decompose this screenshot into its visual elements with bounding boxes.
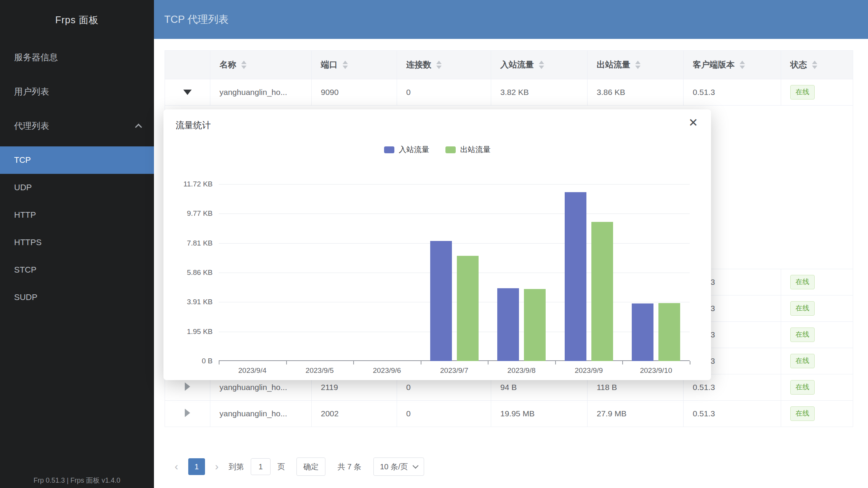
legend-swatch-outbound <box>445 146 456 153</box>
x-tick-label: 2023/9/4 <box>219 366 286 375</box>
sort-descending-icon[interactable] <box>343 66 348 69</box>
sort-ascending-icon[interactable] <box>241 61 247 64</box>
sort-descending-icon[interactable] <box>740 66 745 69</box>
sort-ascending-icon[interactable] <box>539 61 544 64</box>
close-icon[interactable]: ✕ <box>689 117 698 128</box>
sort-descending-icon[interactable] <box>241 66 247 69</box>
x-axis-tick <box>286 361 287 364</box>
outbound-bar <box>457 256 479 361</box>
sidebar-item-tcp[interactable]: TCP <box>0 146 154 174</box>
status-badge: 在线 <box>790 354 815 368</box>
sidebar-item-udp[interactable]: UDP <box>0 174 154 201</box>
pagination: ‹ 1 › 到第 页 确定 共 7 条 10 条/页 <box>171 458 424 476</box>
inbound-bar <box>430 241 452 361</box>
cell-client_version: 0.51.3 <box>684 79 781 106</box>
sort-descending-icon[interactable] <box>436 66 442 69</box>
sort-icons[interactable] <box>635 61 641 69</box>
x-tick-label: 2023/9/7 <box>421 366 488 375</box>
cell-traffic_in: 19.95 MB <box>491 401 588 427</box>
cell-client_version: 0.51.3 <box>684 401 781 427</box>
sidebar-item-user-list[interactable]: 用户列表 <box>0 74 154 109</box>
sort-ascending-icon[interactable] <box>812 61 817 64</box>
bars-area <box>219 184 690 361</box>
proxy-type-submenu: TCPUDPHTTPHTTPSSTCPSUDP <box>0 146 154 311</box>
prev-page-button[interactable]: ‹ <box>171 461 182 472</box>
chart-legend: 入站流量出站流量 <box>163 144 711 155</box>
table-header-row: 名称端口连接数入站流量出站流量客户端版本状态 <box>165 51 853 79</box>
cell-name: yanghuanglin_ho... <box>210 401 312 427</box>
x-tick-label: 2023/9/6 <box>353 366 421 375</box>
y-tick-label: 1.95 KB <box>155 327 213 336</box>
inbound-bar <box>565 192 586 361</box>
outbound-bar <box>658 303 680 361</box>
sort-ascending-icon[interactable] <box>436 61 442 64</box>
column-label: 客户端版本 <box>693 59 735 71</box>
traffic-stats-modal: 流量统计 ✕ 入站流量出站流量 0 B1.95 KB3.91 KB5.86 KB… <box>163 109 711 380</box>
column-label: 状态 <box>790 59 807 71</box>
column-header-traffic_in[interactable]: 入站流量 <box>491 51 588 79</box>
confirm-button[interactable]: 确定 <box>296 458 325 476</box>
sidebar-item-stcp[interactable]: STCP <box>0 256 154 284</box>
expand-row-icon[interactable] <box>185 409 190 417</box>
page-title: TCP 代理列表 <box>164 13 229 26</box>
outbound-bar <box>591 222 613 361</box>
cell-traffic_in: 3.82 KB <box>491 79 588 106</box>
sort-ascending-icon[interactable] <box>343 61 348 64</box>
sidebar-item-http[interactable]: HTTP <box>0 201 154 229</box>
legend-item-inbound[interactable]: 入站流量 <box>384 144 429 155</box>
cell-name: yanghuanglin_ho... <box>210 79 312 106</box>
sidebar-item-label: 服务器信息 <box>14 51 58 63</box>
sidebar-item-proxy-list[interactable]: 代理列表 <box>0 109 154 143</box>
x-tick-label: 2023/9/8 <box>488 366 555 375</box>
sort-icons[interactable] <box>740 61 745 69</box>
status-badge: 在线 <box>790 406 815 421</box>
column-header-connections[interactable]: 连接数 <box>397 51 491 79</box>
sort-descending-icon[interactable] <box>812 66 817 69</box>
app-title: Frps 面板 <box>0 0 154 40</box>
category-group <box>555 184 623 361</box>
next-page-button[interactable]: › <box>211 461 223 472</box>
column-header-traffic_out[interactable]: 出站流量 <box>588 51 684 79</box>
category-group <box>622 184 690 361</box>
column-header-client_version[interactable]: 客户端版本 <box>684 51 781 79</box>
category-group <box>353 184 421 361</box>
x-axis-tick <box>353 361 354 364</box>
column-header-name[interactable]: 名称 <box>210 51 312 79</box>
table-row: yanghuanglin_ho...2002019.95 MB27.9 MB0.… <box>165 401 853 427</box>
sort-icons[interactable] <box>539 61 544 69</box>
x-tick-label: 2023/9/9 <box>555 366 623 375</box>
sort-icons[interactable] <box>812 61 817 69</box>
expand-row-icon[interactable] <box>185 382 190 391</box>
sort-descending-icon[interactable] <box>635 66 641 69</box>
sidebar-item-server-info[interactable]: 服务器信息 <box>0 40 154 74</box>
sort-icons[interactable] <box>436 61 442 69</box>
cell-status: 在线 <box>781 269 853 295</box>
page-size-select[interactable]: 10 条/页 <box>373 458 424 476</box>
collapse-row-icon[interactable] <box>183 90 192 95</box>
status-badge: 在线 <box>790 301 815 315</box>
sidebar-item-https[interactable]: HTTPS <box>0 229 154 256</box>
sidebar-item-sudp[interactable]: SUDP <box>0 284 154 311</box>
column-header-port[interactable]: 端口 <box>312 51 397 79</box>
cell-traffic_out: 27.9 MB <box>588 401 684 427</box>
sort-icons[interactable] <box>241 61 247 69</box>
cell-traffic_out: 3.86 KB <box>588 79 684 106</box>
column-header-status[interactable]: 状态 <box>781 51 853 79</box>
page-jump-input[interactable] <box>251 458 271 475</box>
page-1-button[interactable]: 1 <box>188 458 205 475</box>
cell-status: 在线 <box>781 401 853 427</box>
outbound-bar <box>524 289 546 361</box>
sort-ascending-icon[interactable] <box>740 61 745 64</box>
legend-item-outbound[interactable]: 出站流量 <box>445 144 491 155</box>
cell-connections: 0 <box>397 401 491 427</box>
jump-suffix-label: 页 <box>277 462 285 472</box>
sort-icons[interactable] <box>343 61 348 69</box>
status-badge: 在线 <box>790 275 815 289</box>
sort-descending-icon[interactable] <box>539 66 544 69</box>
column-label: 名称 <box>219 59 236 71</box>
x-axis-tick <box>488 361 488 364</box>
cell-port: 9090 <box>312 79 397 106</box>
sort-ascending-icon[interactable] <box>635 61 641 64</box>
category-group <box>286 184 354 361</box>
y-tick-label: 11.72 KB <box>155 180 213 188</box>
